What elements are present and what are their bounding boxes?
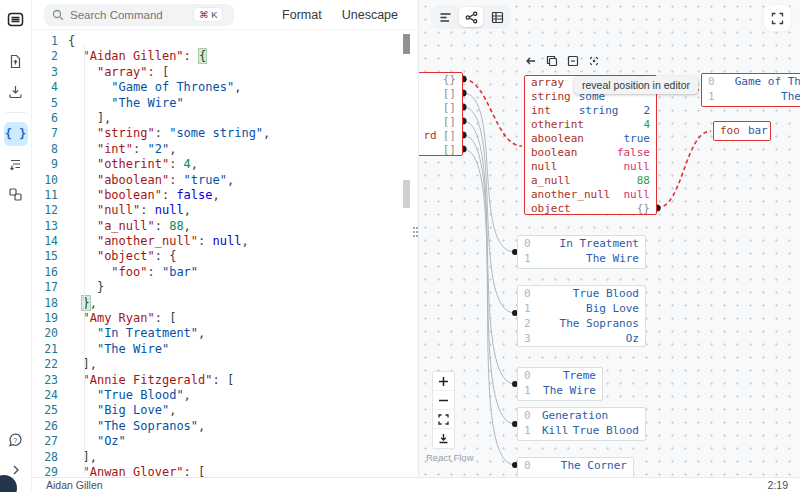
code-line[interactable]: 20 "In Treatment", xyxy=(32,326,418,341)
amy-ryan-node[interactable]: 0In Treatment1The Wire xyxy=(517,235,646,269)
app-window: { } ? ⌘ K Format Unescape xyxy=(0,0,800,492)
code-line[interactable]: 1{ xyxy=(32,34,418,49)
node-row-value: false xyxy=(617,146,650,160)
code-line[interactable]: 19 "Amy Ryan": [ xyxy=(32,311,418,326)
reactflow-attribution[interactable]: React Flow xyxy=(426,452,474,463)
code-line[interactable]: 8 "int": "2", xyxy=(32,142,418,157)
zoom-out-button[interactable] xyxy=(433,391,454,410)
node-row-value: The Sopranos xyxy=(560,316,639,331)
code-line[interactable]: 25 "Big Love", xyxy=(32,403,418,418)
code-line[interactable]: 15 "object": { xyxy=(32,249,418,264)
code-editor[interactable]: 1{2 "Aidan Gillen": {3 "array": [4 "Game… xyxy=(32,30,418,477)
filter-icon[interactable] xyxy=(4,152,28,176)
line-content: "aboolean": "true", xyxy=(68,173,234,188)
node-row: 0Game of Thrones xyxy=(702,74,800,89)
code-line[interactable]: 14 "another_null": null, xyxy=(32,234,418,249)
download-icon[interactable] xyxy=(4,79,28,103)
focus-node-icon[interactable] xyxy=(587,54,601,68)
code-line[interactable]: 10 "aboolean": "true", xyxy=(32,173,418,188)
node-row: another_nullnull xyxy=(525,188,656,202)
node-row-key: null xyxy=(531,160,558,174)
back-arrow-icon[interactable] xyxy=(524,54,538,68)
help-chat-icon[interactable]: ? xyxy=(4,428,28,452)
node-row: 2The Sopranos xyxy=(518,316,645,331)
app-logo-icon[interactable] xyxy=(4,7,28,31)
array-node[interactable]: 0Game of Thrones1The Wire xyxy=(701,73,800,107)
search-input[interactable] xyxy=(70,9,188,21)
scrollbar-thumb[interactable] xyxy=(403,180,410,208)
annie-fitzgerald-node[interactable]: 0True Blood1Big Love2The Sopranos3Oz xyxy=(517,285,646,347)
unescape-button[interactable]: Unescape xyxy=(332,8,408,22)
search-shortcut-badge: ⌘ K xyxy=(194,8,222,22)
line-number: 27 xyxy=(32,434,68,449)
panel-resize-handle[interactable] xyxy=(413,227,419,239)
graph-view-button[interactable] xyxy=(459,7,483,27)
line-content: ], xyxy=(68,357,97,372)
search-command-box[interactable]: ⌘ K xyxy=(44,4,234,26)
code-line[interactable]: 2 "Aidan Gillen": { xyxy=(32,49,418,64)
code-line[interactable]: 26 "The Sopranos", xyxy=(32,419,418,434)
node-row: 1Big Love xyxy=(518,301,645,316)
corner-node[interactable]: 0The Corner xyxy=(517,457,634,477)
line-number: 24 xyxy=(32,388,68,403)
import-file-icon[interactable] xyxy=(4,49,28,73)
object-node[interactable]: foo bar xyxy=(713,121,771,141)
node-row-value: null xyxy=(624,160,651,174)
code-line[interactable]: 17 } xyxy=(32,280,418,295)
format-button[interactable]: Format xyxy=(272,8,332,22)
zoom-in-button[interactable] xyxy=(433,372,454,391)
code-line[interactable]: 24 "True Blood", xyxy=(32,388,418,403)
fit-view-button[interactable] xyxy=(433,410,454,429)
line-content: { xyxy=(68,34,75,49)
code-line[interactable]: 6 ], xyxy=(32,111,418,126)
node-key: foo xyxy=(720,122,740,140)
transform-nodes-icon[interactable] xyxy=(4,182,28,206)
copy-icon[interactable] xyxy=(545,54,559,68)
text-view-button[interactable] xyxy=(433,7,457,27)
table-view-button[interactable] xyxy=(485,7,509,27)
root-node-row: {} xyxy=(418,73,462,87)
code-line[interactable]: 9 "otherint": 4, xyxy=(32,157,418,172)
root-node[interactable]: {}[][][]rd[][] xyxy=(418,72,463,156)
code-line[interactable]: 18 }, xyxy=(32,296,418,311)
skarsgard-node[interactable]: 0Generation Kill1True Blood xyxy=(517,407,646,441)
line-number: 22 xyxy=(32,357,68,372)
code-line[interactable]: 28 ], xyxy=(32,450,418,465)
line-number: 25 xyxy=(32,403,68,418)
code-line[interactable]: 23 "Annie Fitzgerald": [ xyxy=(32,373,418,388)
node-row-index: 0 xyxy=(524,458,534,473)
code-line[interactable]: 16 "foo": "bar" xyxy=(32,265,418,280)
code-line[interactable]: 7 "string": "some string", xyxy=(32,126,418,141)
snapshot-button[interactable] xyxy=(433,429,454,448)
selected-object-node[interactable]: arraystringsome stringint2otherint4abool… xyxy=(524,75,657,215)
anwan-glover-node[interactable]: 0Treme1The Wire xyxy=(517,367,603,401)
graph-panel[interactable]: {}[][][]rd[][] arraystringsome stringint… xyxy=(418,0,800,477)
node-row-value: In Treatment xyxy=(560,236,639,251)
code-line[interactable]: 13 "a_null": 88, xyxy=(32,219,418,234)
node-row: nullnull xyxy=(525,160,656,174)
node-row-value: True Blood xyxy=(573,423,639,438)
collapse-node-icon[interactable] xyxy=(566,54,580,68)
line-number: 4 xyxy=(32,80,68,95)
code-line[interactable]: 27 "Oz" xyxy=(32,434,418,449)
code-line[interactable]: 3 "array": [ xyxy=(32,65,418,80)
node-row-value: The Wire xyxy=(543,383,596,398)
line-content: "Anwan Glover": [ xyxy=(68,465,205,477)
fullscreen-button[interactable] xyxy=(764,5,791,31)
node-row-key: aboolean xyxy=(531,132,584,146)
code-line[interactable]: 11 "boolean": false, xyxy=(32,188,418,203)
code-line[interactable]: 21 "The Wire" xyxy=(32,342,418,357)
breadcrumb-path[interactable]: Aidan Gillen xyxy=(46,479,103,491)
code-line[interactable]: 12 "null": null, xyxy=(32,203,418,218)
line-content: "another_null": null, xyxy=(68,234,249,249)
node-row-index: 1 xyxy=(524,383,534,398)
node-row-key: array xyxy=(531,76,564,90)
code-line[interactable]: 4 "Game of Thrones", xyxy=(32,80,418,95)
node-row-value: 88 xyxy=(637,174,650,188)
line-number: 14 xyxy=(32,234,68,249)
line-number: 3 xyxy=(32,65,68,80)
code-line[interactable]: 22 ], xyxy=(32,357,418,372)
code-line[interactable]: 5 "The Wire" xyxy=(32,96,418,111)
code-line[interactable]: 29 "Anwan Glover": [ xyxy=(32,465,418,477)
json-braces-icon[interactable]: { } xyxy=(4,122,28,146)
